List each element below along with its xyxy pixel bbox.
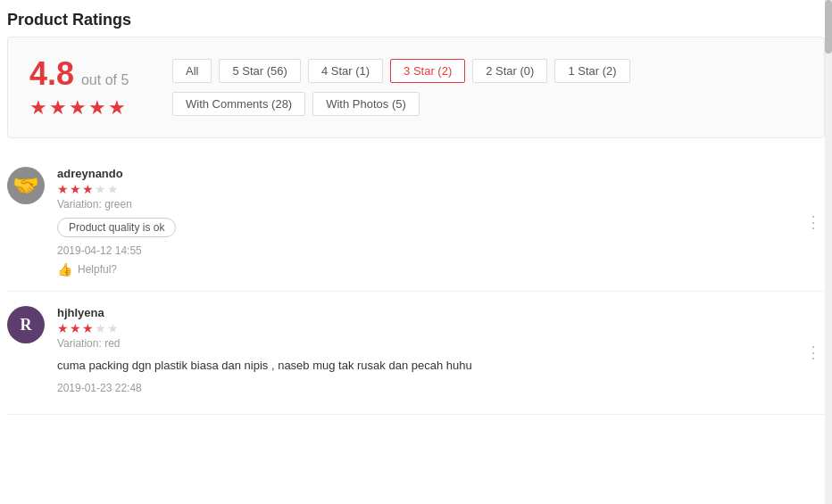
helpful-label: Helpful? [78,263,117,276]
star-2: ★ [49,96,67,120]
review-date: 2019-04-12 14:55 [57,244,825,257]
rating-summary-card: 4.8 out of 5 ★ ★ ★ ★ ★ All 5 Star (56) 4… [7,37,825,138]
review-variation: Variation: red [57,337,825,350]
reviewer-name: adreynando [57,167,825,180]
star-3: ★ [69,96,87,120]
scrollbar-thumb[interactable] [825,0,832,54]
reviewer-name: hjhlyena [57,306,825,319]
star-1: ★ [29,96,47,120]
r1-star4: ★ [95,182,106,196]
review-body: hjhlyena ★ ★ ★ ★ ★ Variation: red cuma p… [57,306,825,400]
filter-row-stars: All 5 Star (56) 4 Star (1) 3 Star (2) 2 … [172,59,630,83]
review-stars: ★ ★ ★ ★ ★ [57,182,825,196]
r1-star1: ★ [57,182,69,196]
summary-stars: ★ ★ ★ ★ ★ [29,96,126,120]
review-comment: cuma packing dgn plastik biasa dan nipis… [57,357,825,375]
reviews-list: 🤝 adreynando ★ ★ ★ ★ ★ Variation: green … [0,153,832,415]
review-body: adreynando ★ ★ ★ ★ ★ Variation: green Pr… [57,167,825,277]
filter-area: All 5 Star (56) 4 Star (1) 3 Star (2) 2 … [172,59,630,116]
filter-row-media: With Comments (28) With Photos (5) [172,92,630,116]
page-title: Product Ratings [0,0,832,37]
r1-star2: ★ [70,182,81,196]
review-more-button[interactable]: ⋮ [805,343,821,362]
review-date: 2019-01-23 22:48 [57,382,825,394]
r1-star5: ★ [107,182,119,196]
rating-out-of: out of 5 [81,72,129,87]
filter-3star[interactable]: 3 Star (2) [390,59,465,83]
star-5: ★ [108,96,126,120]
review-item: 🤝 adreynando ★ ★ ★ ★ ★ Variation: green … [7,153,825,292]
review-stars: ★ ★ ★ ★ ★ [57,321,825,335]
review-more-button[interactable]: ⋮ [805,212,821,232]
helpful-row[interactable]: 👍 Helpful? [57,262,825,277]
r2-star4: ★ [95,321,106,335]
r2-star2: ★ [70,321,81,335]
rating-score-block: 4.8 out of 5 ★ ★ ★ ★ ★ [29,55,137,120]
avatar: R [7,306,45,343]
filter-1star[interactable]: 1 Star (2) [554,59,629,83]
star-4: ★ [88,96,106,120]
filter-4star[interactable]: 4 Star (1) [308,59,383,83]
r2-star1: ★ [57,321,69,335]
filter-5star[interactable]: 5 Star (56) [219,59,300,83]
scrollbar-track[interactable] [825,0,832,504]
review-item: R hjhlyena ★ ★ ★ ★ ★ Variation: red cuma… [7,292,825,415]
filter-with-comments[interactable]: With Comments (28) [172,92,305,116]
r2-star5: ★ [107,321,119,335]
filter-all[interactable]: All [172,59,212,83]
filter-with-photos[interactable]: With Photos (5) [312,92,420,116]
r1-star3: ★ [82,182,94,196]
review-tag: Product quality is ok [57,218,176,237]
rating-score: 4.8 [29,55,74,93]
thumbs-up-icon: 👍 [57,262,72,277]
review-variation: Variation: green [57,198,825,211]
r2-star3: ★ [82,321,94,335]
filter-2star[interactable]: 2 Star (0) [472,59,547,83]
avatar: 🤝 [7,167,45,204]
